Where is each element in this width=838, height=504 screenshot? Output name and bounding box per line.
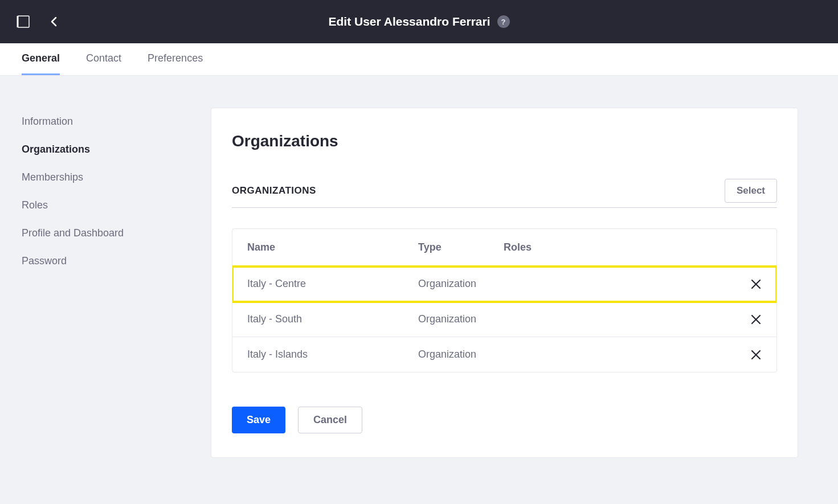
select-button[interactable]: Select — [725, 179, 777, 203]
row-remove[interactable] — [739, 349, 762, 360]
close-icon[interactable] — [750, 314, 762, 325]
column-name: Name — [247, 241, 418, 253]
row-remove[interactable] — [739, 278, 762, 290]
save-button[interactable]: Save — [232, 407, 285, 433]
row-name: Italy - Centre — [247, 278, 418, 290]
header-left — [16, 14, 62, 29]
form-actions: Save Cancel — [232, 407, 777, 433]
organizations-card: Organizations ORGANIZATIONS Select Name … — [211, 108, 798, 458]
sidebar-item-memberships[interactable]: Memberships — [22, 163, 211, 191]
organizations-table: Name Type Roles Italy - Centre Organizat… — [232, 228, 777, 372]
header-bar: Edit User Alessandro Ferrari ? — [0, 0, 838, 43]
tabs-bar: General Contact Preferences — [0, 43, 838, 76]
header-title-wrap: Edit User Alessandro Ferrari ? — [329, 15, 510, 28]
close-icon[interactable] — [750, 349, 762, 360]
panel-toggle-icon[interactable] — [16, 14, 31, 29]
row-name: Italy - Islands — [247, 349, 418, 360]
section-title: ORGANIZATIONS — [232, 185, 316, 196]
card-title: Organizations — [232, 132, 777, 150]
sidebar-item-profile-dashboard[interactable]: Profile and Dashboard — [22, 219, 211, 247]
tab-general[interactable]: General — [22, 43, 60, 75]
close-icon[interactable] — [750, 278, 762, 290]
sidebar-item-roles[interactable]: Roles — [22, 191, 211, 219]
sidebar: Information Organizations Memberships Ro… — [0, 76, 211, 481]
column-type: Type — [418, 241, 504, 253]
tab-contact[interactable]: Contact — [86, 43, 121, 75]
row-remove[interactable] — [739, 314, 762, 325]
page-title: Edit User Alessandro Ferrari — [329, 15, 490, 28]
help-icon[interactable]: ? — [497, 15, 510, 28]
table-row[interactable]: Italy - Islands Organization — [232, 337, 776, 372]
table-row[interactable]: Italy - Centre Organization — [232, 267, 776, 302]
back-icon[interactable] — [47, 14, 62, 29]
column-roles: Roles — [504, 241, 739, 253]
row-name: Italy - South — [247, 313, 418, 325]
section-header: ORGANIZATIONS Select — [232, 179, 777, 208]
row-type: Organization — [418, 349, 504, 360]
table-header: Name Type Roles — [232, 229, 776, 267]
table-row[interactable]: Italy - South Organization — [232, 302, 776, 337]
body-wrap: Information Organizations Memberships Ro… — [0, 76, 838, 481]
column-action — [739, 241, 762, 253]
main-content: Organizations ORGANIZATIONS Select Name … — [211, 76, 838, 481]
tab-preferences[interactable]: Preferences — [148, 43, 203, 75]
sidebar-item-organizations[interactable]: Organizations — [22, 136, 211, 163]
row-type: Organization — [418, 278, 504, 290]
sidebar-item-information[interactable]: Information — [22, 108, 211, 136]
cancel-button[interactable]: Cancel — [298, 407, 362, 433]
row-type: Organization — [418, 313, 504, 325]
svg-rect-0 — [18, 16, 29, 27]
sidebar-item-password[interactable]: Password — [22, 247, 211, 275]
